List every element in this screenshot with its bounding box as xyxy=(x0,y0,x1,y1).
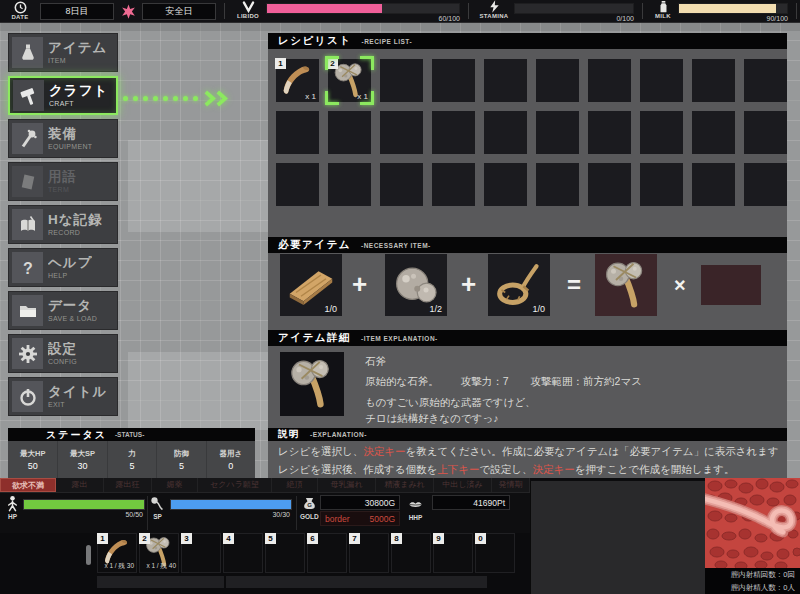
hotbar-slot[interactable]: 5 xyxy=(265,533,305,573)
sidebar-item-title[interactable]: タイトル EXIT xyxy=(8,377,118,416)
recipe-slot[interactable] xyxy=(380,111,423,154)
sidebar-item-config[interactable]: 設定 CONFIG xyxy=(8,334,118,373)
hotbar-slot[interactable]: 2x 1 / 残 40 xyxy=(139,533,179,573)
divider xyxy=(642,3,643,19)
menu-label-jp: データ xyxy=(48,299,97,313)
hotbar-scroll-handle[interactable] xyxy=(86,545,91,565)
recipe-slot[interactable] xyxy=(744,163,787,206)
milk-meter: MILK 90/100 xyxy=(651,0,788,22)
necessary-item-header: 必要アイテム-NECESSARY ITEM- xyxy=(268,237,787,253)
mace-icon xyxy=(12,123,43,154)
hotbar-slot-count: x 1 / 残 40 xyxy=(140,562,176,571)
top-status-bar: DATE 8日目 安全日 LIBIDO 60/100 STAMINA 0/100… xyxy=(0,0,800,23)
hhp-amount: 41690Pt xyxy=(432,495,510,510)
recipe-slot[interactable] xyxy=(588,59,631,102)
craft-quantity-box[interactable] xyxy=(701,265,761,305)
recipe-slot[interactable] xyxy=(432,111,475,154)
lips-icon xyxy=(408,496,423,513)
slot-number-badge: 1 xyxy=(97,533,108,544)
recipe-slot[interactable] xyxy=(640,163,683,206)
recipe-slot[interactable]: 1x 1 xyxy=(276,59,319,102)
explanation-header: 説明 -EXPLANATION- xyxy=(268,428,787,441)
gold-group: GOLD xyxy=(300,495,319,520)
condition-tab[interactable]: 精液まみれ xyxy=(376,478,434,492)
slot-number-badge: 2 xyxy=(139,533,150,544)
menu-label-jp: クラフト xyxy=(49,84,108,98)
recipe-slot[interactable] xyxy=(380,59,423,102)
recipe-slot[interactable] xyxy=(484,59,527,102)
stamina-meter: STAMINA 0/100 xyxy=(477,0,634,22)
hotbar-slot[interactable]: 1x 1 / 残 30 xyxy=(97,533,137,573)
ingredient-count: 1/0 xyxy=(324,304,337,314)
recipe-slot[interactable] xyxy=(484,111,527,154)
times-operator: × xyxy=(674,274,686,297)
gold-amount: 30800G xyxy=(320,495,400,510)
recipe-slot[interactable] xyxy=(328,111,371,154)
hotbar-slot-count: x 1 / 残 30 xyxy=(98,562,134,571)
sidebar-item-data[interactable]: データ SAVE & LOAD xyxy=(8,291,118,330)
slot-number-badge: 1 xyxy=(275,58,286,69)
game-screen: DATE 8日目 安全日 LIBIDO 60/100 STAMINA 0/100… xyxy=(0,0,800,594)
background-light-patch xyxy=(128,352,268,430)
recipe-slot[interactable] xyxy=(276,163,319,206)
hotbar-slot[interactable]: 6 xyxy=(307,533,347,573)
slot-number-badge: 9 xyxy=(433,533,444,544)
hotbar-slot[interactable]: 7 xyxy=(349,533,389,573)
hotbar-slot[interactable]: 0 xyxy=(475,533,515,573)
recipe-slot[interactable] xyxy=(484,163,527,206)
condition-tab[interactable]: 中出し済み xyxy=(434,478,492,492)
safety-value: 安全日 xyxy=(142,3,216,20)
recipe-slot[interactable] xyxy=(692,163,735,206)
menu-label-en: EXIT xyxy=(48,401,107,408)
hp-group: HP xyxy=(5,495,20,520)
condition-tab[interactable]: 露出 xyxy=(56,478,104,492)
hotbar-slot[interactable]: 3 xyxy=(181,533,221,573)
sidebar-item-equipment[interactable]: 装備 EQUIPMENT xyxy=(8,119,118,158)
question-icon xyxy=(12,252,43,283)
sidebar-item-help[interactable]: ヘルプ HELP xyxy=(8,248,118,287)
recipe-slot[interactable] xyxy=(640,111,683,154)
person-icon xyxy=(5,495,20,512)
recipe-slot[interactable] xyxy=(588,111,631,154)
book-icon xyxy=(12,209,43,240)
recipe-slot[interactable] xyxy=(432,163,475,206)
hammer-icon xyxy=(13,80,44,111)
recipe-slot[interactable] xyxy=(380,163,423,206)
recipe-slot[interactable] xyxy=(744,111,787,154)
recipe-slot[interactable] xyxy=(588,163,631,206)
bottom-right-fill xyxy=(530,481,705,594)
condition-tab[interactable]: 母乳漏れ xyxy=(318,478,376,492)
sidebar-item-item[interactable]: アイテム ITEM xyxy=(8,33,118,72)
heart-icon xyxy=(242,0,255,13)
hotbar-slot[interactable]: 8 xyxy=(391,533,431,573)
sidebar-item-record[interactable]: Hな記録 RECORD xyxy=(8,205,118,244)
recipe-slot[interactable] xyxy=(536,111,579,154)
recipe-slot[interactable] xyxy=(328,163,371,206)
condition-tab[interactable]: 発情期 xyxy=(492,478,530,492)
recipe-slot[interactable] xyxy=(744,59,787,102)
date-value: 8日目 xyxy=(40,3,114,20)
recipe-slot[interactable] xyxy=(692,59,735,102)
libido-meter: LIBIDO 60/100 xyxy=(233,0,460,22)
plus-operator: + xyxy=(352,269,367,300)
recipe-list-header: レシピリスト-RECIPE LIST- xyxy=(268,33,787,49)
ingredient-slot-stone: 1/2 xyxy=(385,254,447,316)
hotbar-lower-strip xyxy=(97,576,487,588)
sidebar-item-craft[interactable]: クラフト CRAFT xyxy=(8,76,118,115)
recipe-slot[interactable] xyxy=(276,111,319,154)
divider xyxy=(468,3,469,19)
condition-tab[interactable]: セクハラ願望 xyxy=(198,478,272,492)
recipe-slot[interactable]: 2x 1 xyxy=(328,59,371,102)
recipe-slot[interactable] xyxy=(432,59,475,102)
hp-value: 50/50 xyxy=(23,511,143,518)
hotbar-slot[interactable]: 9 xyxy=(433,533,473,573)
recipe-slot[interactable] xyxy=(692,111,735,154)
condition-tab-active[interactable]: 欲求不満 xyxy=(0,478,56,492)
condition-tab[interactable]: 絶頂 xyxy=(272,478,318,492)
recipe-slot[interactable] xyxy=(536,163,579,206)
hotbar-slot[interactable]: 4 xyxy=(223,533,263,573)
recipe-slot[interactable] xyxy=(536,59,579,102)
condition-tab[interactable]: 露出狂 xyxy=(104,478,152,492)
condition-tab[interactable]: 媚薬 xyxy=(152,478,198,492)
recipe-slot[interactable] xyxy=(640,59,683,102)
